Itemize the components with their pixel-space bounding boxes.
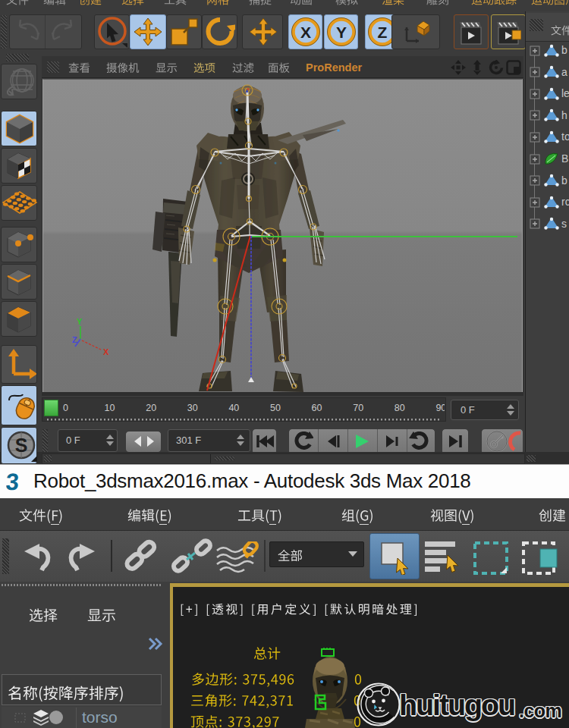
svg-text:30: 30: [187, 403, 198, 413]
svg-text:50: 50: [270, 403, 281, 413]
svg-text:0: 0: [63, 403, 68, 413]
svg-text:60: 60: [312, 403, 322, 413]
svg-text:Y: Y: [77, 317, 83, 326]
svg-text:40: 40: [228, 403, 239, 413]
svg-text:70: 70: [353, 403, 363, 413]
svg-text:3: 3: [6, 469, 20, 494]
svg-text:10: 10: [105, 403, 115, 413]
svg-text:20: 20: [146, 403, 156, 413]
svg-text:X: X: [103, 347, 109, 356]
svg-text:90: 90: [435, 403, 445, 413]
svg-text:80: 80: [395, 403, 405, 413]
svg-text:S: S: [15, 435, 28, 456]
svg-text:Z: Z: [72, 335, 77, 344]
